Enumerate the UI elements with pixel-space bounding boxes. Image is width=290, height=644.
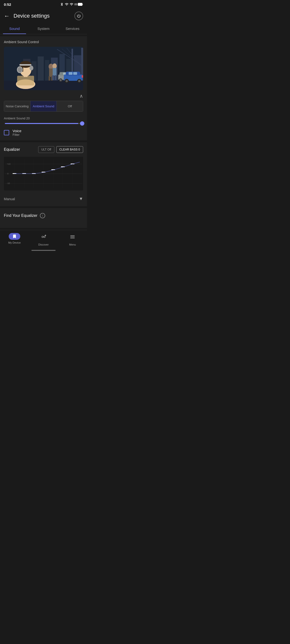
svg-rect-1: [78, 4, 82, 6]
svg-point-46: [66, 80, 68, 82]
clear-bass-button[interactable]: CLEAR BASS 0: [56, 146, 83, 153]
svg-rect-25: [19, 64, 31, 66]
header-left: ← Device settings: [4, 12, 50, 19]
nav-item-discover[interactable]: Discover: [29, 233, 58, 246]
svg-rect-50: [73, 72, 77, 75]
find-your-equalizer-section: Find Your Equalizer i: [0, 208, 87, 228]
svg-rect-33: [52, 75, 54, 80]
wifi-icon: [70, 2, 73, 6]
svg-rect-78: [70, 238, 75, 238]
svg-point-31: [52, 64, 57, 69]
collapse-icon: ∧: [79, 93, 83, 99]
svg-rect-32: [53, 68, 57, 76]
my-device-label: My Device: [8, 241, 21, 244]
nav-item-menu[interactable]: Menu: [58, 233, 87, 246]
tab-system[interactable]: System: [29, 23, 58, 34]
svg-point-24: [18, 67, 22, 72]
equalizer-header: Equalizer ULT Off CLEAR BASS 0: [4, 146, 83, 153]
discover-label: Discover: [38, 243, 49, 246]
ambient-sound-level-label: Ambient Sound 20: [4, 116, 83, 120]
my-device-icon: [9, 233, 20, 240]
find-your-equalizer-title: Find Your Equalizer: [4, 214, 38, 218]
voice-filter-checkbox[interactable]: [4, 130, 9, 135]
noise-canceling-button[interactable]: Noise Canceling: [4, 101, 31, 112]
signal-icon: [65, 2, 69, 6]
battery-icon: 89: [74, 3, 83, 6]
svg-point-73: [42, 236, 43, 238]
ambient-sound-slider[interactable]: [4, 123, 83, 124]
voice-filter: Voice Filter: [4, 129, 83, 136]
tab-sound[interactable]: Sound: [0, 23, 29, 34]
voice-filter-text: Voice Filter: [13, 129, 22, 136]
svg-rect-41: [63, 72, 66, 75]
power-button[interactable]: [74, 12, 83, 20]
bluetooth-icon: [60, 2, 64, 6]
equalizer-title: Equalizer: [4, 147, 20, 152]
home-indicator: [31, 250, 56, 251]
ambient-scene-illustration: [4, 47, 83, 90]
ambient-sound-button[interactable]: Ambient Sound: [31, 101, 57, 112]
equalizer-mode-label: Manual: [4, 197, 15, 201]
bottom-nav: My Device Discover Menu: [0, 230, 87, 248]
svg-text:-10: -10: [7, 182, 10, 184]
svg-rect-5: [38, 56, 44, 80]
equalizer-graph: +10 0 -10: [4, 157, 83, 190]
status-icons: 89: [60, 2, 83, 6]
ambient-sound-section: Ambient Sound Control: [0, 36, 87, 140]
svg-rect-49: [69, 72, 73, 75]
find-your-equalizer-header: Find Your Equalizer i: [4, 213, 83, 218]
page-title: Device settings: [14, 13, 50, 19]
slider-thumb[interactable]: [80, 121, 84, 126]
svg-text:+10: +10: [7, 163, 10, 165]
eq-graph-svg: +10 0 -10: [4, 157, 83, 190]
svg-rect-51: [82, 75, 83, 78]
svg-rect-76: [70, 236, 75, 236]
svg-rect-29: [49, 76, 50, 80]
slider-fill: [5, 123, 78, 124]
back-button[interactable]: ←: [4, 12, 10, 19]
ult-off-button[interactable]: ULT Off: [38, 146, 54, 153]
svg-rect-77: [70, 236, 75, 237]
svg-rect-44: [66, 72, 80, 76]
tab-services[interactable]: Services: [58, 23, 87, 34]
mode-selector: Noise Canceling Ambient Sound Off: [4, 101, 83, 112]
svg-point-75: [45, 235, 46, 236]
voice-filter-title: Voice: [13, 129, 22, 133]
collapse-button[interactable]: ∧: [4, 92, 83, 101]
equalizer-mode-selector[interactable]: Manual ▼: [4, 194, 83, 202]
bottom-indicator: [0, 248, 87, 253]
equalizer-section: Equalizer ULT Off CLEAR BASS 0 +10 0 -10: [0, 142, 87, 206]
equalizer-buttons: ULT Off CLEAR BASS 0: [38, 146, 83, 153]
scene-svg: [4, 47, 83, 90]
svg-text:0: 0: [7, 172, 9, 175]
svg-point-48: [78, 80, 80, 82]
menu-label: Menu: [69, 243, 76, 246]
voice-filter-subtitle: Filter: [13, 133, 22, 136]
svg-point-74: [44, 236, 45, 238]
svg-point-38: [60, 79, 62, 81]
off-button[interactable]: Off: [57, 101, 83, 112]
ambient-sound-title: Ambient Sound Control: [4, 40, 83, 44]
status-time: 0:52: [4, 2, 11, 6]
slider-track: [5, 123, 82, 124]
nav-item-my-device[interactable]: My Device: [0, 233, 29, 246]
menu-icon: [66, 233, 79, 242]
tabs: Sound System Services: [0, 23, 87, 34]
equalizer-dropdown-icon: ▼: [79, 196, 83, 202]
status-bar: 0:52 89: [0, 0, 87, 9]
svg-rect-16: [4, 80, 83, 90]
svg-rect-34: [55, 75, 56, 80]
find-your-equalizer-info-button[interactable]: i: [40, 213, 45, 218]
svg-point-26: [30, 66, 33, 70]
discover-icon: [37, 233, 50, 242]
svg-rect-18: [17, 76, 34, 86]
header: ← Device settings: [0, 9, 87, 23]
